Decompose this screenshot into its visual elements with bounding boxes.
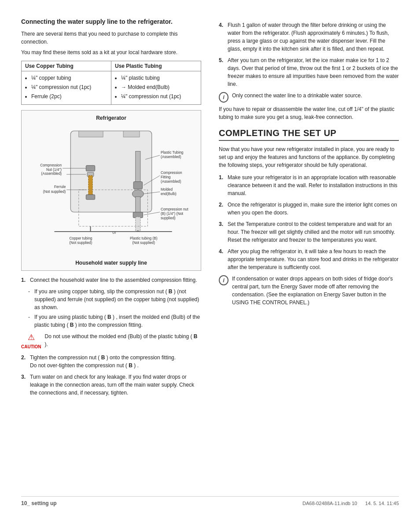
note1-after: If you have to repair or disassemble the… [219,105,399,121]
note-box-1: i Only connect the water line to a drink… [219,92,399,103]
sub-steps: - If you are using copper tubing, slip t… [28,288,201,329]
page-number: 10_ setting up [21,500,57,506]
svg-text:end(Bulb): end(Bulb) [161,192,177,196]
dash-1: - [28,288,33,311]
copper-item-2: ¼" compression nut (1pc) [31,83,107,92]
sub-step-1: - If you are using copper tubing, slip t… [28,288,201,311]
household-water-label: Household water supply line [26,260,196,266]
intro-1: There are several items that you need to… [21,30,201,46]
heading: Connecting the water supply line to the … [21,18,201,26]
step-4-num: 4. [219,21,226,53]
step-4: 4. Flush 1 gallon of water through the f… [219,21,399,53]
svg-rect-4 [133,182,142,189]
right-column: 4. Flush 1 gallon of water through the f… [214,18,399,487]
plastic-item-2: → Molded end(Bulb) [121,83,197,92]
col2-header: Use Plastic Tubing [111,61,201,71]
setup-step-4: 4. After you plug the refrigerator in, i… [219,247,399,271]
svg-rect-6 [136,197,140,213]
svg-rect-1 [79,131,103,137]
page: Connecting the water supply line to the … [0,0,420,524]
sub-step-1-text: If you are using copper tubing, slip the… [34,288,201,311]
note-2-text: If condensation or water drops appears o… [232,275,399,306]
copper-tubing-col: ¼" copper tubing ¼" compression nut (1pc… [22,71,111,105]
copper-item-3: Ferrule (2pc) [31,92,107,101]
step-2-text: Tighten the compression nut ( B ) onto t… [30,354,176,369]
svg-text:Compression: Compression [161,170,182,175]
setup-step-3-text: Set the Temperature control to the colde… [228,220,399,244]
step-3: 3. Turn water on and check for any leaka… [21,373,201,397]
diagram-svg: or Compression Nut (1/4") (Assembled) Fe… [26,124,196,256]
step-3-num: 3. [21,373,28,397]
svg-text:(Not supplied): (Not supplied) [70,241,92,245]
svg-text:Copper tubing: Copper tubing [69,236,92,240]
step-1: 1. Connect the household water line to t… [21,276,201,284]
plastic-item-3: ¼" compression nut (1pc) [121,92,197,101]
svg-line-36 [144,212,160,215]
svg-text:Fitting: Fitting [161,175,171,179]
refrigerator-label: Refrigerator [26,115,196,121]
note-icon-2: i [219,275,228,286]
step-4-text: Flush 1 gallon of water through the filt… [228,21,399,53]
svg-text:(Assembled): (Assembled) [161,179,181,184]
setup-step-1: 1. Make sure your refrigerator is in an … [219,173,399,197]
diagram-box: Refrigerator [21,110,201,271]
section-title: COMPLETING THE SET UP [219,128,399,141]
svg-rect-11 [88,176,92,196]
svg-rect-12 [86,195,95,199]
step-1-text: Connect the household water line to the … [30,276,197,284]
svg-rect-3 [136,151,140,184]
svg-text:(B) (1/4") (Not: (B) (1/4") (Not [161,211,184,216]
step-5-num: 5. [219,56,226,88]
caution-icon-wrap: ⚠ CAUTION [21,332,41,350]
plastic-tubing-col: ¼" plastic tubing → Molded end(Bulb) ¼" … [111,71,201,105]
svg-text:(Not supplied): (Not supplied) [132,241,155,245]
svg-text:supplied): supplied) [161,216,176,220]
table-header: Use Copper Tubing Use Plastic Tubing [22,61,201,71]
sub-step-2-text: If you are using plastic tubing ( B ) , … [34,313,201,329]
svg-text:Plastic Tubing: Plastic Tubing [161,150,184,155]
col1-header: Use Copper Tubing [22,61,111,71]
section-intro: Now that you have your new refrigerator … [219,145,399,169]
caution-label: CAUTION [21,343,41,350]
svg-rect-8 [136,217,140,231]
svg-text:Ferrule: Ferrule [54,185,66,189]
step-2-num: 2. [21,354,28,369]
file-info: DA68-02488A-11.indb 10 14. 5. 14. 11:45 [302,501,399,506]
step-3-text: Turn water on and check for any leakage.… [30,373,201,397]
table-body: ¼" copper tubing ¼" compression nut (1pc… [22,71,201,105]
note-icon-1: i [219,92,228,103]
left-column: Connecting the water supply line to the … [21,18,201,487]
setup-step-3: 3. Set the Temperature control to the co… [219,220,399,244]
steps-2-3: 2. Tighten the compression nut ( B ) ont… [21,354,201,397]
svg-rect-7 [133,212,143,218]
caution-text: Do not use without the molded end (Bulb)… [45,332,201,348]
setup-step-2-num: 2. [219,201,226,217]
step-2: 2. Tighten the compression nut ( B ) ont… [21,354,201,369]
caution-triangle-icon: ⚠ [25,332,38,343]
tubing-table: Use Copper Tubing Use Plastic Tubing ¼" … [21,61,201,105]
svg-rect-9 [86,166,95,171]
footer: 10_ setting up DA68-02488A-11.indb 10 14… [21,496,399,506]
setup-step-1-text: Make sure your refrigerator is in an app… [228,173,399,197]
note-1-text: Only connect the water line to a drinkab… [232,92,362,100]
sub-step-2: - If you are using plastic tubing ( B ) … [28,313,201,329]
svg-text:Molded: Molded [161,187,173,192]
install-steps: 1. Connect the household water line to t… [21,276,201,284]
setup-step-2: 2. Once the refrigerator is plugged in, … [219,201,399,217]
intro-2: You may find these items sold as a kit a… [21,48,201,56]
setup-step-2-text: Once the refrigerator is plugged in, mak… [228,201,399,217]
note-box-2: i If condensation or water drops appears… [219,275,399,306]
copper-item-1: ¼" copper tubing [31,74,107,82]
svg-text:(Assembled): (Assembled) [161,155,181,159]
svg-rect-2 [123,131,140,137]
setup-step-3-num: 3. [219,220,226,244]
svg-text:or: or [112,230,117,235]
step-1-num: 1. [21,276,28,284]
svg-text:Compression nut: Compression nut [161,207,188,211]
caution-box: ⚠ CAUTION Do not use without the molded … [21,332,201,350]
setup-step-4-text: After you plug the refrigerator in, it w… [228,247,399,271]
svg-text:(Assembled): (Assembled) [41,171,62,176]
setup-steps: 1. Make sure your refrigerator is in an … [219,173,399,271]
right-steps: 4. Flush 1 gallon of water through the f… [219,21,399,88]
setup-step-4-num: 4. [219,247,226,271]
